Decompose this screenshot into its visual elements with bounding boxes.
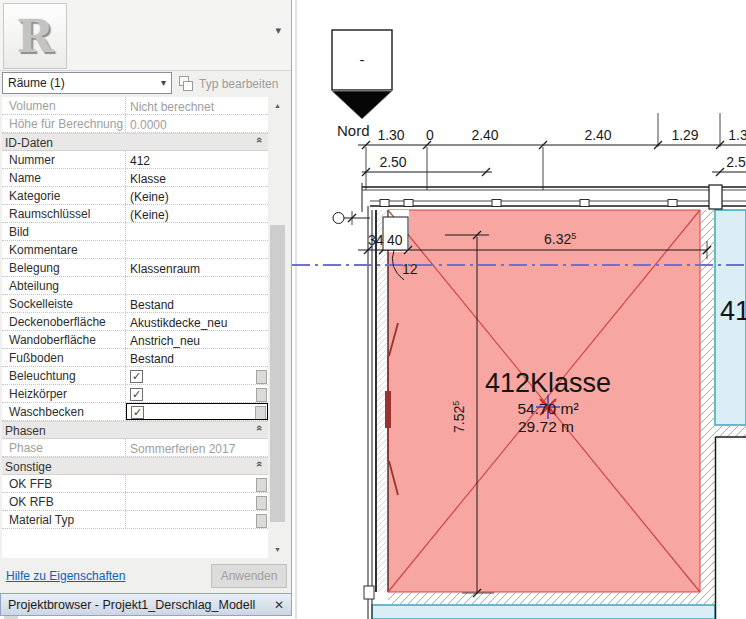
dim-text: 1.3 <box>728 127 746 143</box>
value-browse-button[interactable] <box>256 514 267 528</box>
adjacent-room-label[interactable]: 41 <box>720 296 746 326</box>
property-row-kategorie: Kategorie(Keine) <box>2 187 268 205</box>
property-value[interactable]: ✓ <box>126 367 268 384</box>
property-value[interactable] <box>126 475 268 492</box>
dimension-chain-lines <box>358 113 746 190</box>
chevron-down-icon[interactable]: ▾ <box>275 24 281 37</box>
property-value[interactable] <box>126 493 268 510</box>
close-icon[interactable]: ✕ <box>274 598 284 612</box>
checkbox[interactable]: ✓ <box>131 406 144 419</box>
property-value[interactable] <box>126 241 268 258</box>
value-browse-button[interactable] <box>256 478 267 492</box>
edit-type-icon <box>179 76 194 91</box>
property-value-text: Nicht berechnet <box>130 100 214 114</box>
property-value-text: Klasse <box>130 172 166 186</box>
section-header-sonstige: Sonstige« <box>2 457 268 475</box>
scroll-up-icon[interactable]: ▲ <box>269 97 286 114</box>
property-value[interactable]: (Keine) <box>126 205 268 222</box>
property-value-text: Anstrich_neu <box>130 334 200 348</box>
property-value[interactable]: Klassenraum <box>126 259 268 276</box>
property-value-text: Sommerferien 2017 <box>130 442 235 456</box>
property-label: Fußboden <box>2 349 126 366</box>
room-area-label: 54.70 m² <box>517 400 578 417</box>
property-value[interactable]: Akustikdecke_neu <box>126 313 268 330</box>
property-value[interactable]: Klasse <box>126 169 268 186</box>
property-value[interactable] <box>126 277 268 294</box>
section-label: Phasen <box>2 422 252 438</box>
scrollbar-thumb[interactable] <box>270 225 285 522</box>
value-browse-button[interactable] <box>256 370 267 384</box>
property-row-deckenoberfl-che: DeckenoberflächeAkustikdecke_neu <box>2 313 268 331</box>
combobox-value: Räume (1) <box>8 76 65 90</box>
property-value[interactable]: (Keine) <box>126 187 268 204</box>
corridor-region[interactable] <box>372 605 715 619</box>
property-row-heizk-rper: Heizkörper✓ <box>2 385 268 403</box>
project-browser-title: Projektbrowser - Projekt1_Derschlag_Mode… <box>8 598 255 612</box>
dim-text: 12 <box>402 261 418 277</box>
property-row-raumschl-ssel: Raumschlüssel(Keine) <box>2 205 268 223</box>
property-value[interactable]: Bestand <box>126 349 268 366</box>
chevron-down-icon: ▾ <box>161 73 166 93</box>
revit-window: { "properties_panel": { "selector_value"… <box>0 0 746 619</box>
property-label: Wandoberfläche <box>2 331 126 348</box>
edit-type-button[interactable]: Typ bearbeiten <box>179 73 289 94</box>
type-selector-header[interactable]: R ▾ <box>0 0 291 71</box>
property-value-text: (Keine) <box>130 208 169 222</box>
bottom-wall-hatch <box>388 592 715 605</box>
family-type-preview[interactable]: R <box>3 3 67 69</box>
element-filter-combobox[interactable]: Räume (1) ▾ <box>2 72 172 94</box>
property-row-wandoberfl-che: WandoberflächeAnstrich_neu <box>2 331 268 349</box>
checkbox[interactable]: ✓ <box>130 370 143 383</box>
property-row-material-typ: Material Typ <box>2 511 268 529</box>
property-label: Belegung <box>2 259 126 276</box>
room-name-label: 412Klasse <box>485 368 611 398</box>
section-marker[interactable]: - <box>332 30 392 119</box>
property-row-h-he-f-r-berechnung: Höhe für Berechnung0.0000 <box>2 115 268 133</box>
value-browse-button[interactable] <box>255 406 266 420</box>
properties-help-link[interactable]: Hilfe zu Eigenschaften <box>6 569 125 583</box>
scroll-down-icon[interactable]: ▼ <box>269 541 286 558</box>
property-value[interactable]: Nicht berechnet <box>126 97 268 114</box>
properties-scrollbar[interactable]: ▲ ▼ <box>269 97 286 558</box>
section-header-id-daten: ID-Daten« <box>2 133 268 151</box>
property-value[interactable]: 0.0000 <box>126 115 268 132</box>
property-value[interactable] <box>126 223 268 240</box>
dimension-chain-labels[interactable]: 1.30 0 2.40 2.40 1.29 1.3 2.50 2.5 <box>377 127 746 170</box>
section-header-phasen: Phasen« <box>2 421 268 439</box>
project-browser-titlebar[interactable]: Projektbrowser - Projekt1_Derschlag_Mode… <box>0 593 292 616</box>
property-row-bild: Bild <box>2 223 268 241</box>
dim-text: 1.30 <box>377 127 404 143</box>
property-value[interactable]: Sommerferien 2017 <box>126 439 268 456</box>
property-label: Material Typ <box>2 511 126 528</box>
property-value[interactable]: Bestand <box>126 295 268 312</box>
checkbox[interactable]: ✓ <box>130 388 143 401</box>
property-label: Volumen <box>2 97 126 114</box>
datum-marker[interactable] <box>333 211 370 225</box>
north-label[interactable]: Nord <box>337 122 370 139</box>
value-browse-button[interactable] <box>256 496 267 510</box>
value-browse-button[interactable] <box>256 388 267 402</box>
property-label: Heizkörper <box>2 385 126 402</box>
section-label: Sonstige <box>2 458 252 474</box>
edit-type-label: Typ bearbeiten <box>199 77 278 91</box>
property-value-text: 412 <box>130 154 150 168</box>
dim-text: 1.29 <box>671 127 698 143</box>
property-value[interactable]: Anstrich_neu <box>126 331 268 348</box>
drawing-canvas[interactable]: 1.30 0 2.40 2.40 1.29 1.3 2.50 2.5 <box>292 0 746 619</box>
property-label: Kommentare <box>2 241 126 258</box>
right-wall-hatch-2 <box>715 426 746 437</box>
apply-button[interactable]: Anwenden <box>211 564 287 588</box>
property-value[interactable]: ✓ <box>126 403 268 420</box>
property-value[interactable]: 412 <box>126 151 268 168</box>
dim-text: 2.40 <box>584 127 611 143</box>
collapse-icon[interactable]: « <box>252 422 268 438</box>
property-row-beleuchtung: Beleuchtung✓ <box>2 367 268 385</box>
property-label: Kategorie <box>2 187 126 204</box>
property-value[interactable]: ✓ <box>126 385 268 402</box>
property-row-volumen: VolumenNicht berechnet <box>2 97 268 115</box>
section-label: ID-Daten <box>2 134 252 150</box>
dim-text: 34 <box>368 232 384 248</box>
collapse-icon[interactable]: « <box>252 458 268 474</box>
collapse-icon[interactable]: « <box>252 134 268 150</box>
property-value[interactable] <box>126 511 268 528</box>
